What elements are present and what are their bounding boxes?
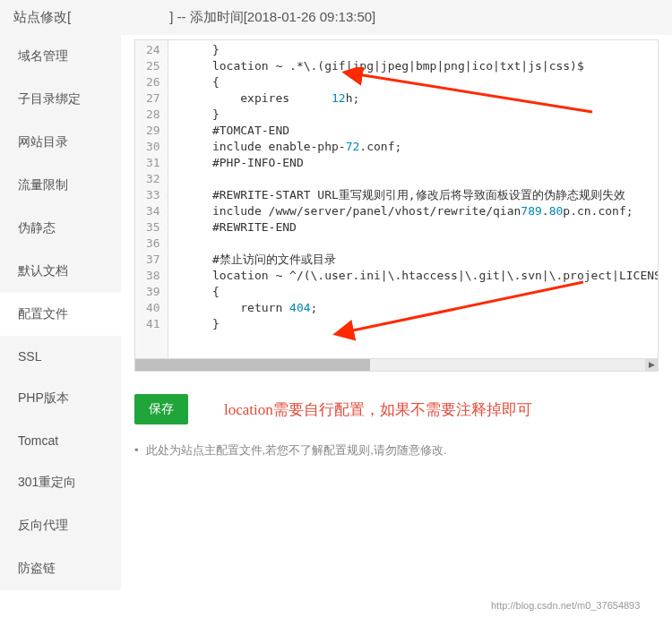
page-header: 站点修改[ ] -- 添加时间[2018-01-26 09:13:50] <box>0 0 672 35</box>
horizontal-scrollbar[interactable]: ▶ <box>134 359 659 372</box>
main-panel: 242526272829303132333435363738394041 } l… <box>121 35 672 590</box>
scroll-right-arrow[interactable]: ▶ <box>645 359 658 371</box>
sidebar-item-2[interactable]: 网站目录 <box>0 121 121 164</box>
save-button[interactable]: 保存 <box>134 394 188 424</box>
sidebar-item-7[interactable]: SSL <box>0 336 121 377</box>
sidebar-item-5[interactable]: 默认文档 <box>0 250 121 293</box>
sidebar-item-6[interactable]: 配置文件 <box>0 293 121 336</box>
sidebar-item-9[interactable]: Tomcat <box>0 420 121 461</box>
bullet-icon: • <box>134 443 139 457</box>
sidebar-item-1[interactable]: 子目录绑定 <box>0 78 121 121</box>
header-suffix: ] -- 添加时间[2018-01-26 09:13:50] <box>169 9 375 24</box>
sidebar-item-8[interactable]: PHP版本 <box>0 377 121 420</box>
code-area[interactable]: } location ~ .*\.(gif|jpg|jpeg|bmp|png|i… <box>168 40 658 358</box>
footer-text: 此处为站点主配置文件,若您不了解配置规则,请勿随意修改. <box>146 443 447 457</box>
scrollbar-thumb[interactable] <box>135 359 370 371</box>
sidebar-item-11[interactable]: 反向代理 <box>0 504 121 547</box>
sidebar-item-3[interactable]: 流量限制 <box>0 164 121 207</box>
line-gutter: 242526272829303132333435363738394041 <box>135 40 168 358</box>
sidebar-item-10[interactable]: 301重定向 <box>0 461 121 504</box>
header-prefix: 站点修改[ <box>13 9 71 24</box>
sidebar: 域名管理子目录绑定网站目录流量限制伪静态默认文档配置文件SSLPHP版本Tomc… <box>0 35 121 590</box>
sidebar-item-4[interactable]: 伪静态 <box>0 207 121 250</box>
code-editor[interactable]: 242526272829303132333435363738394041 } l… <box>134 39 659 359</box>
sidebar-item-0[interactable]: 域名管理 <box>0 35 121 78</box>
sidebar-item-12[interactable]: 防盗链 <box>0 547 121 590</box>
footer-note: •此处为站点主配置文件,若您不了解配置规则,请勿随意修改. <box>121 438 672 494</box>
hint-text: location需要自行配置，如果不需要注释掉即可 <box>224 399 532 420</box>
